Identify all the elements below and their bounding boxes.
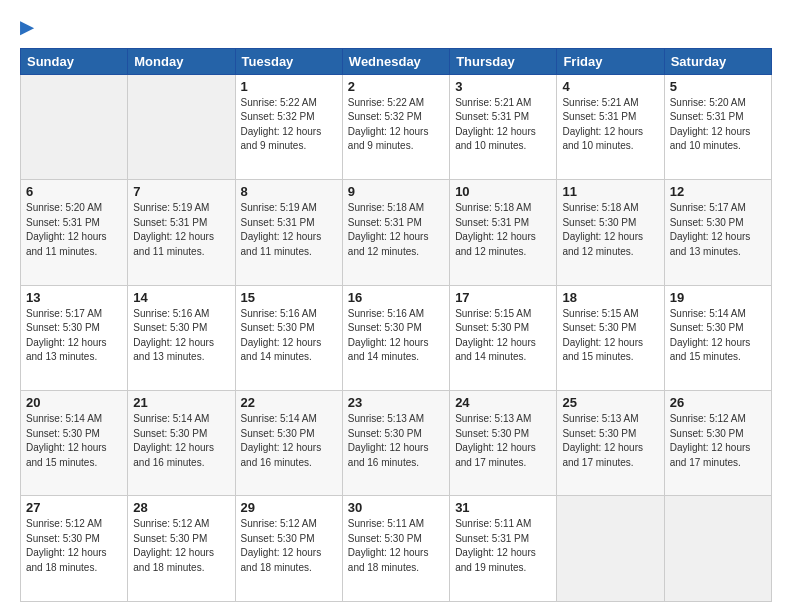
day-info: Sunrise: 5:22 AMSunset: 5:32 PMDaylight:… bbox=[241, 96, 337, 154]
calendar-cell: 7Sunrise: 5:19 AMSunset: 5:31 PMDaylight… bbox=[128, 180, 235, 285]
day-number: 19 bbox=[670, 290, 766, 305]
day-number: 12 bbox=[670, 184, 766, 199]
calendar-cell: 28Sunrise: 5:12 AMSunset: 5:30 PMDayligh… bbox=[128, 496, 235, 602]
day-number: 26 bbox=[670, 395, 766, 410]
calendar-cell: 4Sunrise: 5:21 AMSunset: 5:31 PMDaylight… bbox=[557, 74, 664, 179]
calendar-header-row: SundayMondayTuesdayWednesdayThursdayFrid… bbox=[21, 48, 772, 74]
day-info: Sunrise: 5:19 AMSunset: 5:31 PMDaylight:… bbox=[241, 201, 337, 259]
day-info: Sunrise: 5:17 AMSunset: 5:30 PMDaylight:… bbox=[670, 201, 766, 259]
calendar-week-3: 20Sunrise: 5:14 AMSunset: 5:30 PMDayligh… bbox=[21, 391, 772, 496]
day-info: Sunrise: 5:22 AMSunset: 5:32 PMDaylight:… bbox=[348, 96, 444, 154]
day-info: Sunrise: 5:20 AMSunset: 5:31 PMDaylight:… bbox=[670, 96, 766, 154]
day-number: 8 bbox=[241, 184, 337, 199]
day-info: Sunrise: 5:13 AMSunset: 5:30 PMDaylight:… bbox=[455, 412, 551, 470]
day-number: 21 bbox=[133, 395, 229, 410]
calendar-header-wednesday: Wednesday bbox=[342, 48, 449, 74]
calendar-cell: 1Sunrise: 5:22 AMSunset: 5:32 PMDaylight… bbox=[235, 74, 342, 179]
day-number: 6 bbox=[26, 184, 122, 199]
calendar-header-friday: Friday bbox=[557, 48, 664, 74]
day-number: 31 bbox=[455, 500, 551, 515]
day-number: 11 bbox=[562, 184, 658, 199]
calendar-header-sunday: Sunday bbox=[21, 48, 128, 74]
day-info: Sunrise: 5:20 AMSunset: 5:31 PMDaylight:… bbox=[26, 201, 122, 259]
day-number: 5 bbox=[670, 79, 766, 94]
calendar-cell: 17Sunrise: 5:15 AMSunset: 5:30 PMDayligh… bbox=[450, 285, 557, 390]
day-info: Sunrise: 5:12 AMSunset: 5:30 PMDaylight:… bbox=[670, 412, 766, 470]
day-info: Sunrise: 5:18 AMSunset: 5:31 PMDaylight:… bbox=[455, 201, 551, 259]
calendar-cell bbox=[557, 496, 664, 602]
day-info: Sunrise: 5:14 AMSunset: 5:30 PMDaylight:… bbox=[26, 412, 122, 470]
calendar-cell: 9Sunrise: 5:18 AMSunset: 5:31 PMDaylight… bbox=[342, 180, 449, 285]
day-info: Sunrise: 5:12 AMSunset: 5:30 PMDaylight:… bbox=[26, 517, 122, 575]
calendar-header-monday: Monday bbox=[128, 48, 235, 74]
day-number: 25 bbox=[562, 395, 658, 410]
calendar-cell: 11Sunrise: 5:18 AMSunset: 5:30 PMDayligh… bbox=[557, 180, 664, 285]
day-number: 22 bbox=[241, 395, 337, 410]
day-number: 16 bbox=[348, 290, 444, 305]
day-info: Sunrise: 5:16 AMSunset: 5:30 PMDaylight:… bbox=[348, 307, 444, 365]
calendar-cell: 21Sunrise: 5:14 AMSunset: 5:30 PMDayligh… bbox=[128, 391, 235, 496]
day-info: Sunrise: 5:14 AMSunset: 5:30 PMDaylight:… bbox=[133, 412, 229, 470]
calendar-cell: 6Sunrise: 5:20 AMSunset: 5:31 PMDaylight… bbox=[21, 180, 128, 285]
day-info: Sunrise: 5:16 AMSunset: 5:30 PMDaylight:… bbox=[241, 307, 337, 365]
day-number: 9 bbox=[348, 184, 444, 199]
calendar-week-0: 1Sunrise: 5:22 AMSunset: 5:32 PMDaylight… bbox=[21, 74, 772, 179]
calendar-cell bbox=[21, 74, 128, 179]
day-number: 7 bbox=[133, 184, 229, 199]
calendar-cell: 31Sunrise: 5:11 AMSunset: 5:31 PMDayligh… bbox=[450, 496, 557, 602]
day-info: Sunrise: 5:18 AMSunset: 5:30 PMDaylight:… bbox=[562, 201, 658, 259]
header: ▶ bbox=[20, 18, 772, 38]
calendar-cell: 29Sunrise: 5:12 AMSunset: 5:30 PMDayligh… bbox=[235, 496, 342, 602]
calendar-cell: 24Sunrise: 5:13 AMSunset: 5:30 PMDayligh… bbox=[450, 391, 557, 496]
day-info: Sunrise: 5:12 AMSunset: 5:30 PMDaylight:… bbox=[133, 517, 229, 575]
calendar-week-4: 27Sunrise: 5:12 AMSunset: 5:30 PMDayligh… bbox=[21, 496, 772, 602]
day-info: Sunrise: 5:13 AMSunset: 5:30 PMDaylight:… bbox=[562, 412, 658, 470]
calendar-cell: 30Sunrise: 5:11 AMSunset: 5:30 PMDayligh… bbox=[342, 496, 449, 602]
calendar-cell bbox=[128, 74, 235, 179]
calendar-header-saturday: Saturday bbox=[664, 48, 771, 74]
calendar-cell: 22Sunrise: 5:14 AMSunset: 5:30 PMDayligh… bbox=[235, 391, 342, 496]
calendar-table: SundayMondayTuesdayWednesdayThursdayFrid… bbox=[20, 48, 772, 602]
day-number: 14 bbox=[133, 290, 229, 305]
day-number: 23 bbox=[348, 395, 444, 410]
day-info: Sunrise: 5:16 AMSunset: 5:30 PMDaylight:… bbox=[133, 307, 229, 365]
day-info: Sunrise: 5:12 AMSunset: 5:30 PMDaylight:… bbox=[241, 517, 337, 575]
day-number: 3 bbox=[455, 79, 551, 94]
day-info: Sunrise: 5:14 AMSunset: 5:30 PMDaylight:… bbox=[241, 412, 337, 470]
calendar-cell: 5Sunrise: 5:20 AMSunset: 5:31 PMDaylight… bbox=[664, 74, 771, 179]
day-info: Sunrise: 5:21 AMSunset: 5:31 PMDaylight:… bbox=[562, 96, 658, 154]
day-info: Sunrise: 5:14 AMSunset: 5:30 PMDaylight:… bbox=[670, 307, 766, 365]
day-info: Sunrise: 5:11 AMSunset: 5:31 PMDaylight:… bbox=[455, 517, 551, 575]
day-number: 20 bbox=[26, 395, 122, 410]
page: ▶ SundayMondayTuesdayWednesdayThursdayFr… bbox=[0, 0, 792, 612]
day-info: Sunrise: 5:15 AMSunset: 5:30 PMDaylight:… bbox=[455, 307, 551, 365]
calendar-cell: 13Sunrise: 5:17 AMSunset: 5:30 PMDayligh… bbox=[21, 285, 128, 390]
calendar-cell: 18Sunrise: 5:15 AMSunset: 5:30 PMDayligh… bbox=[557, 285, 664, 390]
calendar-cell: 26Sunrise: 5:12 AMSunset: 5:30 PMDayligh… bbox=[664, 391, 771, 496]
day-info: Sunrise: 5:13 AMSunset: 5:30 PMDaylight:… bbox=[348, 412, 444, 470]
calendar-cell: 20Sunrise: 5:14 AMSunset: 5:30 PMDayligh… bbox=[21, 391, 128, 496]
calendar-cell: 2Sunrise: 5:22 AMSunset: 5:32 PMDaylight… bbox=[342, 74, 449, 179]
day-number: 15 bbox=[241, 290, 337, 305]
calendar-cell: 3Sunrise: 5:21 AMSunset: 5:31 PMDaylight… bbox=[450, 74, 557, 179]
calendar-cell: 27Sunrise: 5:12 AMSunset: 5:30 PMDayligh… bbox=[21, 496, 128, 602]
calendar-cell: 8Sunrise: 5:19 AMSunset: 5:31 PMDaylight… bbox=[235, 180, 342, 285]
calendar-header-tuesday: Tuesday bbox=[235, 48, 342, 74]
calendar-cell bbox=[664, 496, 771, 602]
day-number: 13 bbox=[26, 290, 122, 305]
logo-text: ▶ bbox=[20, 18, 33, 38]
calendar-cell: 12Sunrise: 5:17 AMSunset: 5:30 PMDayligh… bbox=[664, 180, 771, 285]
calendar-cell: 23Sunrise: 5:13 AMSunset: 5:30 PMDayligh… bbox=[342, 391, 449, 496]
calendar-cell: 16Sunrise: 5:16 AMSunset: 5:30 PMDayligh… bbox=[342, 285, 449, 390]
calendar-week-1: 6Sunrise: 5:20 AMSunset: 5:31 PMDaylight… bbox=[21, 180, 772, 285]
day-info: Sunrise: 5:18 AMSunset: 5:31 PMDaylight:… bbox=[348, 201, 444, 259]
day-info: Sunrise: 5:15 AMSunset: 5:30 PMDaylight:… bbox=[562, 307, 658, 365]
calendar-cell: 14Sunrise: 5:16 AMSunset: 5:30 PMDayligh… bbox=[128, 285, 235, 390]
calendar-cell: 10Sunrise: 5:18 AMSunset: 5:31 PMDayligh… bbox=[450, 180, 557, 285]
day-number: 17 bbox=[455, 290, 551, 305]
logo: ▶ bbox=[20, 18, 33, 38]
day-number: 24 bbox=[455, 395, 551, 410]
calendar-cell: 25Sunrise: 5:13 AMSunset: 5:30 PMDayligh… bbox=[557, 391, 664, 496]
day-number: 27 bbox=[26, 500, 122, 515]
day-number: 2 bbox=[348, 79, 444, 94]
